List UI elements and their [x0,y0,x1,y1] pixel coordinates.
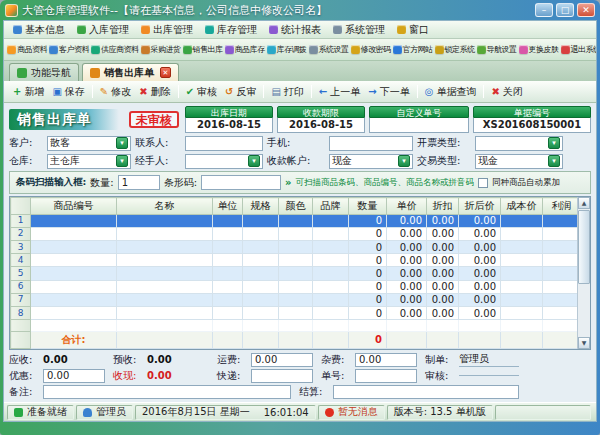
maximize-button[interactable]: □ [556,3,574,17]
order-no-value[interactable]: XS201608150001 [473,118,591,133]
delete-button[interactable]: ✖删除 [135,83,174,101]
settle-input[interactable] [333,385,519,399]
grid-row[interactable]: 300.000.000.00 [11,240,578,253]
grid-cell[interactable] [543,240,578,253]
column-header-disc-price[interactable]: 折后价 [459,198,501,215]
grid-cell[interactable]: 0.00 [459,227,501,240]
grid-cell[interactable] [543,293,578,306]
grid-cell[interactable]: 0 [349,227,387,240]
grid-cell[interactable]: 0 [349,293,387,306]
grid-cell[interactable] [213,293,243,306]
row-number-cell[interactable]: 7 [11,293,31,306]
remark-input[interactable] [43,385,291,399]
grid-cell[interactable] [501,240,543,253]
outbound-date-value[interactable]: 2016-08-15 [185,118,273,133]
grid-cell[interactable] [279,254,313,267]
tab-sales-order[interactable]: 销售出库单✕ [82,63,179,81]
grid-cell[interactable] [243,214,279,227]
column-header-spec[interactable]: 规格 [243,198,279,215]
grid-cell[interactable] [213,254,243,267]
toolbar-button-website[interactable]: 官方网站 [392,42,434,57]
grid-cell[interactable] [31,254,117,267]
column-header-name[interactable]: 名称 [117,198,213,215]
customer-input[interactable]: 散客 ▾ [47,136,131,151]
next-button[interactable]: →下一单 [364,83,413,101]
grid-row[interactable]: 400.000.000.00 [11,254,578,267]
toolbar-button-suppliers[interactable]: 供应商资料 [90,42,140,57]
grid-cell[interactable] [213,280,243,293]
grid-cell[interactable]: 0.00 [459,254,501,267]
grid-cell[interactable] [31,307,117,320]
grid-cell[interactable]: 0.00 [427,307,459,320]
toolbar-button-exit[interactable]: 退出系统 [560,42,597,57]
grid-cell[interactable] [501,214,543,227]
grid-cell[interactable] [243,293,279,306]
grid-cell[interactable]: 0 [349,254,387,267]
toolbar-button-stock[interactable]: 商品库存 [224,42,266,57]
column-header-unit[interactable]: 单位 [213,198,243,215]
menu-item-outbound[interactable]: 出库管理 [135,21,199,39]
grid-cell[interactable]: 0.00 [427,214,459,227]
barcode-qty-input[interactable]: 1 [118,175,160,190]
handler-input[interactable]: ▾ [185,154,263,169]
grid-cell[interactable] [313,227,349,240]
grid-cell[interactable] [31,293,117,306]
trackno-input[interactable] [355,369,417,383]
grid-cell[interactable]: 0.00 [459,293,501,306]
grid-cell[interactable] [279,307,313,320]
grid-cell[interactable]: 0.00 [387,227,427,240]
grid-cell[interactable] [243,267,279,280]
grid-cell[interactable] [243,240,279,253]
trade-type-picker-button[interactable]: ▾ [548,155,560,167]
tab-function-nav[interactable]: 功能导航 [9,63,79,81]
minimize-button[interactable]: – [535,3,553,17]
warehouse-input[interactable]: 主仓库 ▾ [47,154,131,169]
tab-close-icon[interactable]: ✕ [160,67,171,78]
grid-cell[interactable]: 0.00 [459,307,501,320]
column-header-qty[interactable]: 数量 [349,198,387,215]
freight-input[interactable]: 0.00 [251,353,313,367]
grid-cell[interactable] [543,227,578,240]
print-button[interactable]: ▤打印 [267,83,307,101]
grid-cell[interactable]: 0.00 [387,280,427,293]
grid-cell[interactable]: 0 [349,307,387,320]
grid-cell[interactable]: 0 [349,280,387,293]
warehouse-picker-button[interactable]: ▾ [116,155,128,167]
row-number-cell[interactable]: 6 [11,280,31,293]
grid-cell[interactable] [213,307,243,320]
save-button[interactable]: ▣保存 [48,83,88,101]
menu-item-window[interactable]: 窗口 [391,21,435,39]
grid-cell[interactable] [501,227,543,240]
column-header-code[interactable]: 商品编号 [31,198,117,215]
grid-cell[interactable]: 0.00 [459,214,501,227]
grid-cell[interactable]: 0.00 [459,267,501,280]
grid-cell[interactable] [31,240,117,253]
add-button[interactable]: +新增 [9,83,48,101]
query-button[interactable]: ◎单据查询 [421,83,481,101]
grid-cell[interactable] [313,293,349,306]
grid-cell[interactable] [543,307,578,320]
unaudit-button[interactable]: ↺反审 [221,83,260,101]
grid-cell[interactable]: 0.00 [387,293,427,306]
grid-cell[interactable] [543,280,578,293]
invoice-type-input[interactable]: ▾ [475,136,563,151]
row-number-cell[interactable]: 3 [11,240,31,253]
row-number-cell[interactable]: 4 [11,254,31,267]
grid-cell[interactable] [31,267,117,280]
grid-cell[interactable] [243,227,279,240]
column-header-cost[interactable]: 成本价 [501,198,543,215]
grid-cell[interactable]: 0.00 [427,240,459,253]
trade-type-input[interactable]: 现金 ▾ [475,154,563,169]
grid-cell[interactable] [279,293,313,306]
grid-cell[interactable] [213,227,243,240]
grid-cell[interactable] [279,227,313,240]
grid-cell[interactable] [313,254,349,267]
grid-cell[interactable]: 0.00 [427,293,459,306]
column-header-brand[interactable]: 品牌 [313,198,349,215]
grid-cell[interactable]: 0.00 [459,240,501,253]
toolbar-button-goods[interactable]: 商品资料 [6,42,48,57]
grid-cell[interactable] [31,214,117,227]
grid-cell[interactable]: 0 [349,214,387,227]
grid-cell[interactable]: 0.00 [427,227,459,240]
customer-picker-button[interactable]: ▾ [116,137,128,149]
